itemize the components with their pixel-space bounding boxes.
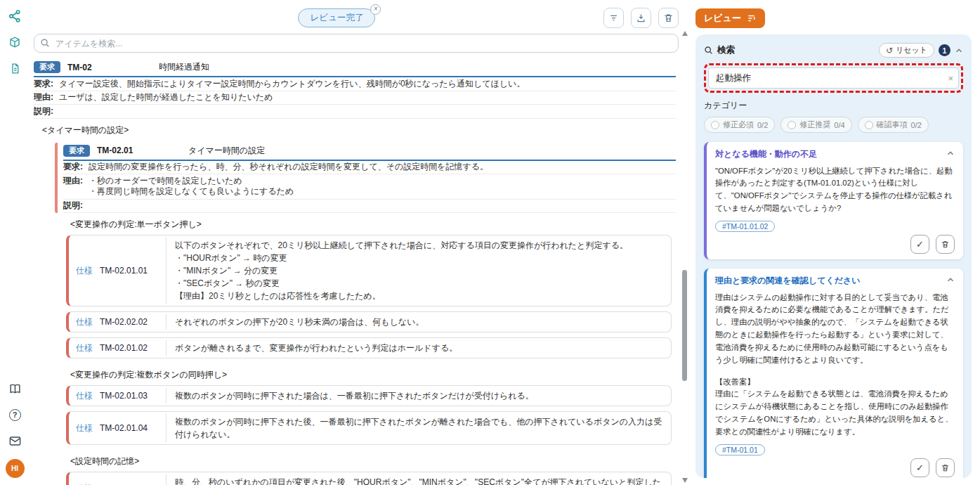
category-filter-confirm[interactable]: 確認事項 0/2 (858, 117, 929, 133)
search-icon (704, 46, 713, 55)
clear-search-icon[interactable]: × (948, 74, 953, 83)
field-label: 理由: (34, 92, 53, 103)
collapse-search-icon[interactable] (955, 46, 963, 55)
req-field: 要求:タイマー設定後、開始指示によりタイマー設定時間からカウントダウンを行い、残… (34, 77, 676, 91)
projects-cube-icon[interactable] (7, 34, 22, 50)
reason-field: 理由:ユーザは、設定した時間が経過したことを知りたいため (34, 91, 676, 105)
scrollbar-thumb[interactable] (682, 270, 687, 380)
spec-item[interactable]: 仕様TM-02.01.01 以下のボタンそれぞれで、20ミリ秒以上継続して押下さ… (66, 235, 672, 306)
user-avatar[interactable]: HI (6, 459, 25, 478)
spec-text-cell: 以下のボタンそれぞれで、20ミリ秒以上継続して押下された場合に、対応する項目の変… (166, 235, 671, 306)
spec-item[interactable]: 仕様TM-02.01.02 ボタンが離されるまで、変更操作が行われたという判定は… (66, 337, 672, 358)
filter-button[interactable] (603, 8, 624, 28)
spec-id-cell: 仕様TM-02.01.01 (69, 235, 166, 306)
item-search-input[interactable] (34, 34, 679, 53)
app-root: ? HI レビュー完了 × (0, 0, 980, 485)
reason-field: 理由: ・秒のオーダーで時間を設定したいため ・再度同じ時間を設定しなくても良い… (63, 174, 676, 199)
requirement-id: TM-02.01 (97, 146, 181, 155)
spec-text-cell: ボタンが離されるまで、変更操作が行われたという判定はホールドする。 (166, 338, 671, 358)
collapse-card-icon[interactable] (946, 276, 955, 284)
approve-comment-button[interactable]: ✓ (910, 458, 929, 477)
spec-group: 仕様TM-02.01.08 時、分、秒のいずれかの項目が変更された後、"HOUR… (66, 472, 676, 485)
req-field: 要求:設定時間の変更操作を行ったら、時、分、秒それぞれの設定時間を変更して、その… (63, 161, 676, 175)
field-text: ユーザは、設定した時間が経過したことを知りたいため (59, 92, 273, 103)
document-toolbar: レビュー完了 × (34, 7, 679, 28)
section-heading: <変更操作の判定:単一ボタン押し> (70, 213, 676, 235)
category-label: カテゴリー (704, 100, 963, 112)
scroll-up-icon[interactable] (682, 31, 688, 36)
check-icon: ✓ (916, 463, 924, 473)
reset-icon: ↺ (886, 46, 893, 55)
comment-title: 理由と要求の関連を確認してください (715, 276, 861, 287)
spec-text: それぞれのボタンの押下が20ミリ秒未満の場合は、何もしない。 (175, 316, 424, 328)
review-search-input[interactable] (708, 67, 959, 89)
vertical-scrollbar[interactable] (681, 31, 688, 483)
req-badge: 要求 (34, 61, 60, 73)
requirement-title: タイマー時間の設定 (188, 145, 265, 157)
item-reference-chip[interactable]: #TM-01.01.02 (715, 221, 775, 232)
review-comment-card: 対となる機能・動作の不足 "ON/OFFボタン"が20ミリ秒以上継続して押下され… (704, 142, 963, 259)
check-icon: ✓ (916, 239, 924, 250)
category-filters: 修正必須 0/2 修正推奨 0/4 確認事項 0/2 (704, 117, 963, 133)
app-logo-icon[interactable] (7, 8, 22, 24)
item-reference-chip[interactable]: #TM-01.01 (715, 444, 765, 455)
improvement-heading: 【改善案】 (715, 376, 955, 389)
comment-card-header: 対となる機能・動作の不足 (715, 149, 955, 160)
spec-badge: 仕様 (76, 342, 93, 354)
spec-id-cell: 仕様TM-02.01.08 (69, 472, 166, 485)
remove-status-icon[interactable]: × (370, 4, 381, 15)
spec-text: 複数のボタンが同時に押下された後、一番最初に押下されたボタンが離された場合でも、… (175, 415, 662, 441)
delete-button[interactable] (658, 8, 679, 28)
spec-item[interactable]: 仕様TM-02.02.02 それぞれのボタンの押下が20ミリ秒未満の場合は、何も… (66, 311, 672, 332)
radio-circle-icon (788, 121, 796, 129)
document-main: レビュー完了 × 要求 TM-02 (30, 0, 690, 485)
req-badge: 要求 (63, 145, 90, 157)
reset-button[interactable]: ↺ リセット (879, 43, 934, 58)
description-field: 説明: (34, 105, 676, 119)
category-name: 修正推奨 (799, 119, 830, 130)
category-filter-recommended[interactable]: 修正推奨 0/4 (780, 117, 851, 133)
spec-item[interactable]: 仕様TM-02.01.04 複数のボタンが同時に押下された後、一番最初に押下され… (66, 411, 672, 445)
radio-circle-icon (865, 121, 873, 129)
review-panel: 検索 ↺ リセット 1 × (695, 34, 972, 478)
help-icon[interactable]: ? (7, 407, 22, 422)
mail-icon[interactable] (7, 433, 22, 448)
trash-icon (663, 13, 674, 23)
document-icon[interactable] (7, 60, 22, 76)
scrollbar-track[interactable] (681, 36, 688, 478)
description-field: 説明: (63, 200, 676, 214)
requirement-header[interactable]: 要求 TM-02 時間経過通知 (34, 59, 676, 77)
spec-id: TM-02.01.01 (100, 266, 148, 276)
left-icon-sidebar: ? HI (0, 0, 30, 485)
field-label: 要求: (34, 79, 53, 90)
review-button[interactable]: レビュー (695, 8, 765, 28)
download-button[interactable] (631, 8, 651, 28)
scroll-down-icon[interactable] (682, 478, 688, 483)
review-complete-pill[interactable]: レビュー完了 × (299, 8, 376, 27)
section-heading: <変更操作の判定:複数ボタンの同時押し> (70, 363, 676, 385)
section-heading: <設定時間の記憶> (70, 450, 676, 472)
filter-icon (608, 13, 619, 23)
radio-circle-icon (711, 121, 719, 129)
spec-item[interactable]: 仕様TM-02.01.03 複数のボタンが同時に押下された場合は、一番最初に押下… (66, 385, 672, 406)
delete-comment-button[interactable] (936, 235, 955, 254)
annotation-highlight: × (704, 63, 963, 93)
comment-body: 理由はシステムの起動操作に対する目的として妥当であり、電池消費を抑えるために必要… (715, 292, 955, 439)
guide-book-icon[interactable] (7, 381, 22, 396)
spec-group: 仕様TM-02.01.03 複数のボタンが同時に押下された場合は、一番最初に押下… (66, 385, 676, 445)
field-text: ・秒のオーダーで時間を設定したいため ・再度同じ時間を設定しなくても良いようにす… (89, 176, 294, 198)
review-comment-card: 理由と要求の関連を確認してください 理由はシステムの起動操作に対する目的として妥… (704, 269, 963, 478)
spec-item[interactable]: 仕様TM-02.01.08 時、分、秒のいずれかの項目が変更された後、"HOUR… (66, 472, 672, 485)
review-search-field: × (708, 67, 959, 89)
collapse-card-icon[interactable] (946, 149, 955, 157)
category-filter-must-fix[interactable]: 修正必須 0/2 (704, 117, 775, 133)
field-label: 要求: (63, 162, 83, 173)
approve-comment-button[interactable]: ✓ (910, 235, 929, 254)
spec-id-cell: 仕様TM-02.01.04 (69, 412, 166, 444)
section-heading: <タイマー時間の設定> (42, 119, 676, 141)
delete-comment-button[interactable] (936, 458, 955, 477)
requirement-header[interactable]: 要求 TM-02.01 タイマー時間の設定 (63, 143, 676, 161)
spec-badge: 仕様 (76, 265, 93, 277)
field-label: 理由: (63, 176, 83, 198)
spec-id: TM-02.01.04 (100, 423, 148, 433)
